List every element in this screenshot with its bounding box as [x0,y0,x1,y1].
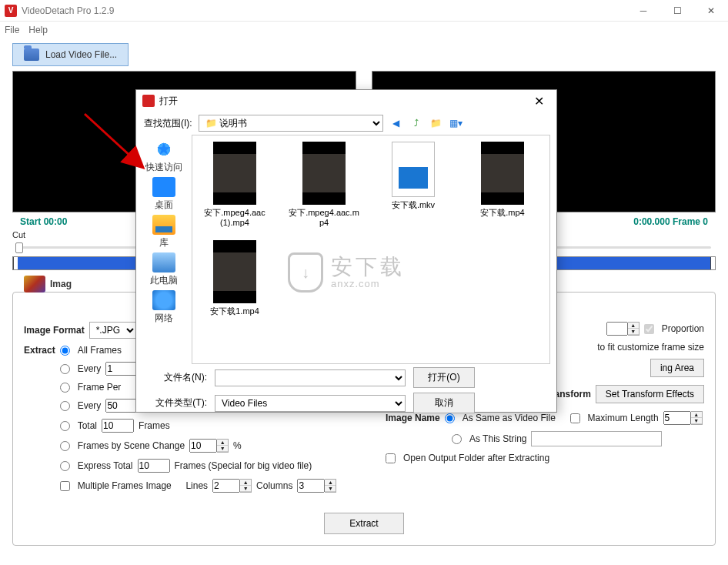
multi-frames-check[interactable] [60,481,70,491]
opt-every-50[interactable] [60,401,70,411]
load-video-button[interactable]: Load Video File... [12,43,129,66]
file-item[interactable]: 安下.mpeg4.aac(1).mp4 [199,142,271,228]
maximize-button[interactable]: ☐ [660,0,694,22]
place-quick-access[interactable]: 快速访问 [145,139,182,174]
place-network[interactable]: 网络 [152,290,175,325]
opt-frame-per[interactable] [60,383,70,393]
app-icon: V [5,5,17,17]
opt-all-frames[interactable] [60,346,70,356]
new-folder-icon[interactable]: 📁 [429,116,443,130]
express-input[interactable] [138,459,170,473]
load-video-label: Load Video File... [45,49,117,60]
open-file-dialog: 打开 ✕ 查找范围(I): 📁 说明书 ◀ ⤴ 📁 ▦▾ 快速访问 桌面 库 此… [135,89,557,413]
proportion-check [644,324,654,334]
menu-file[interactable]: File [5,25,19,35]
filename-label: 文件名(N): [145,371,207,384]
menu-bar: File Help [0,22,728,38]
dialog-title: 打开 [159,95,528,108]
file-item[interactable]: 安下.mpeg4.aac.mp4 [288,142,360,228]
file-item[interactable]: 安下载.mp4 [466,142,539,228]
extract-label: Extract [24,345,55,356]
title-bar: V VideoDetach Pro 1.2.9 ─ ☐ ✕ [0,0,728,22]
up-icon[interactable]: ⤴ [409,116,423,130]
total-input[interactable] [102,419,134,433]
opt-every-n[interactable] [60,364,70,374]
transform-button[interactable]: Set Transform Effects [596,385,704,403]
lines-input[interactable] [212,479,240,493]
opt-express-total[interactable] [60,461,70,471]
opt-scene-change[interactable] [60,441,70,451]
filename-input[interactable] [215,369,406,386]
open-output-check[interactable] [386,453,396,463]
size-spin[interactable] [606,322,628,336]
view-menu-icon[interactable]: ▦▾ [449,116,463,130]
file-item[interactable]: 安下载.mkv [377,142,449,228]
look-in-select[interactable]: 📁 说明书 [199,115,383,132]
folder-icon [24,48,39,61]
dialog-close-button[interactable]: ✕ [528,94,550,109]
cropping-area-button[interactable]: ing Area [650,359,704,377]
close-button[interactable]: ✕ [694,0,728,22]
image-format-label: Image Format [24,325,85,336]
menu-help[interactable]: Help [28,25,48,35]
name-as-string[interactable] [452,434,462,444]
max-length-check[interactable] [570,413,580,423]
dialog-app-icon [142,95,155,107]
every-n-input[interactable] [105,362,138,376]
file-list[interactable]: 安下.mpeg4.aac(1).mp4 安下.mpeg4.aac.mp4 安下载… [192,135,550,364]
dialog-cancel-button[interactable]: 取消 [413,393,475,413]
look-in-label: 查找范围(I): [144,117,192,130]
image-tab-icon [24,276,45,293]
image-format-select[interactable]: *.JPG [89,322,137,339]
minimize-button[interactable]: ─ [626,0,660,22]
place-this-pc[interactable]: 此电脑 [150,252,178,287]
file-item[interactable]: 安下载1.mp4 [199,240,271,316]
name-string-input[interactable] [531,431,662,446]
filetype-select[interactable]: Video Files [215,395,406,412]
image-tab[interactable]: Imag [24,276,72,293]
extract-button[interactable]: Extract [324,513,403,534]
columns-input[interactable] [297,479,325,493]
scene-input[interactable] [189,439,217,453]
opt-total[interactable] [60,421,70,431]
place-desktop[interactable]: 桌面 [152,177,175,212]
place-libraries[interactable]: 库 [152,215,175,249]
every-50-input[interactable] [105,399,138,413]
max-length-input[interactable] [663,411,691,425]
filetype-label: 文件类型(T): [145,396,207,410]
places-bar: 快速访问 桌面 库 此电脑 网络 [136,135,192,364]
dialog-open-button[interactable]: 打开(O) [413,367,475,388]
window-title: VideoDetach Pro 1.2.9 [22,5,626,16]
back-icon[interactable]: ◀ [389,116,403,130]
